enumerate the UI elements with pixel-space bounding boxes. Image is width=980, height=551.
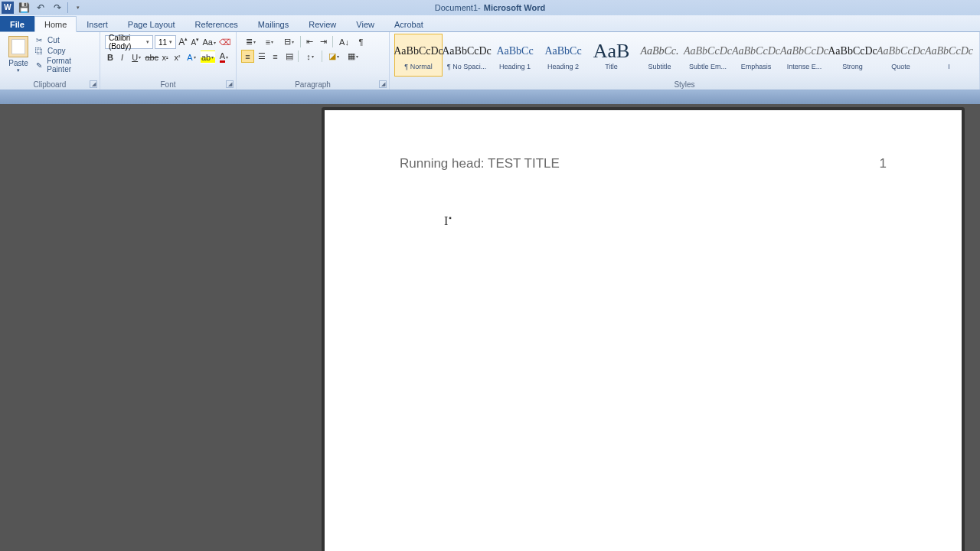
tab-review[interactable]: Review [299,16,346,31]
page-header: Running head: TEST TITLE 1 [400,156,887,171]
change-case-icon[interactable]: Aa▾ [202,36,217,49]
justify-icon[interactable]: ▤ [283,50,296,63]
style-label: Title [589,63,635,70]
copy-icon: ⿻ [34,46,44,55]
shading-icon[interactable]: ◪▾ [325,50,343,63]
tab-insert[interactable]: Insert [77,16,118,31]
highlight-icon[interactable]: ab▾ [201,51,215,64]
style-subtitle[interactable]: AaBbCc.Subtitle [635,34,684,77]
style--no-spaci-[interactable]: AaBbCcDc¶ No Spaci... [443,34,491,77]
text-effects-icon[interactable]: A▾ [184,51,198,64]
title-bar: W 💾 ↶ ↷ ▾ Document1 - Microsoft Word [0,0,980,15]
page-number: 1 [880,156,887,171]
style-emphasis[interactable]: AaBbCcDcEmphasis [732,34,780,77]
word-app-icon: W [2,2,14,14]
font-name-combo[interactable]: Calibri (Body)▾ [105,35,153,49]
style-preview: AaBbCc. [640,40,678,63]
style-heading-1[interactable]: AaBbCcHeading 1 [491,34,539,77]
style-preview: AaBbCcDc [732,40,780,63]
multilevel-list-icon[interactable]: ⊟▾ [279,35,298,48]
strikethrough-icon[interactable]: abc [145,51,158,64]
style-label: ¶ Normal [396,63,442,70]
style-label: Heading 2 [541,63,586,70]
style-label: Subtitle [637,63,683,70]
style-label: ¶ No Spaci... [444,63,490,70]
group-paragraph: ≣▾ ≡▾ ⊟▾ ⇤ ⇥ A↓ ¶ ≡ ☰ ≡ ▤ ↕▾ ◪▾ ▦▾ Parag… [237,32,390,90]
style-preview: AaBbCcDc [877,40,925,63]
style-label: Strong [830,63,876,70]
italic-icon[interactable]: I [117,51,128,64]
style-preview: AaBbCc [544,40,581,63]
group-clipboard: Paste ▾ ✂Cut ⿻Copy ✎Format Painter Clipb… [0,32,100,90]
subscript-icon[interactable]: x₂ [160,51,171,64]
style-preview: AaBbCcDc [684,40,732,63]
group-styles: AaBbCcDc¶ NormalAaBbCcDc¶ No Spaci...AaB… [390,32,980,90]
tab-home[interactable]: Home [34,16,77,32]
qat-undo-icon[interactable]: ↶ [34,1,47,15]
clipboard-launcher-icon[interactable]: ◢ [90,80,97,88]
document-name: Document1 [435,3,478,12]
sort-icon[interactable]: A↓ [335,35,354,48]
font-size-combo[interactable]: 11▾ [155,35,176,49]
align-left-icon[interactable]: ≡ [241,50,254,63]
style-subtle-em-[interactable]: AaBbCcDcSubtle Em... [684,34,732,77]
show-marks-icon[interactable]: ¶ [354,35,368,48]
brush-icon: ✎ [34,60,44,70]
bullets-icon[interactable]: ≣▾ [241,35,260,48]
paste-button[interactable]: Paste ▾ [5,34,32,79]
font-launcher-icon[interactable]: ◢ [226,80,234,88]
style-label: Emphasis [733,63,779,70]
group-font: Calibri (Body)▾ 11▾ A▴ A▾ Aa▾ ⌫ B I U▾ a… [100,32,237,90]
chevron-down-icon: ▾ [17,67,20,73]
paragraph-launcher-icon[interactable]: ◢ [379,80,387,88]
page[interactable]: Running head: TEST TITLE 1 I▪ [325,110,962,551]
style-preview: AaB [593,40,630,63]
style-strong[interactable]: AaBbCcDcStrong [828,34,877,77]
font-color-icon[interactable]: A▾ [217,51,231,64]
tab-mailings[interactable]: Mailings [248,16,299,31]
ribbon-tabs: File Home Insert Page Layout References … [0,15,980,32]
style-preview: AaBbCcDc [780,40,828,63]
style-quote[interactable]: AaBbCcDcQuote [877,34,925,77]
underline-icon[interactable]: U▾ [129,51,144,64]
style-i[interactable]: AaBbCcDcI [925,34,973,77]
window-title: Document1 - Microsoft Word [0,0,980,15]
shrink-font-icon[interactable]: A▾ [190,36,200,49]
tab-file[interactable]: File [0,16,34,31]
bold-icon[interactable]: B [105,51,116,64]
style-preview: AaBbCc [496,40,533,63]
style-preview: AaBbCcDc [828,40,877,63]
app-name: Microsoft Word [484,3,545,12]
format-painter-button[interactable]: ✎Format Painter [34,57,95,73]
align-right-icon[interactable]: ≡ [269,50,282,63]
copy-button[interactable]: ⿻Copy [34,46,95,55]
numbering-icon[interactable]: ≡▾ [260,35,279,48]
qat-redo-icon[interactable]: ↷ [51,1,64,15]
line-spacing-icon[interactable]: ↕▾ [301,50,319,63]
style-preview: AaBbCcDc [394,40,443,63]
grow-font-icon[interactable]: A▴ [178,36,188,49]
style--normal[interactable]: AaBbCcDc¶ Normal [394,34,443,77]
style-intense-e-[interactable]: AaBbCcDcIntense E... [780,34,828,77]
style-label: Intense E... [782,63,828,70]
tab-acrobat[interactable]: Acrobat [384,16,433,31]
style-preview: AaBbCcDc [442,40,492,63]
clear-formatting-icon[interactable]: ⌫ [218,36,231,49]
borders-icon[interactable]: ▦▾ [344,50,362,63]
tab-view[interactable]: View [346,16,384,31]
qat-separator [67,2,68,13]
tab-references[interactable]: References [185,16,248,31]
document-area[interactable]: Running head: TEST TITLE 1 I▪ [0,90,980,551]
tab-page-layout[interactable]: Page Layout [118,16,185,31]
align-center-icon[interactable]: ☰ [255,50,268,63]
decrease-indent-icon[interactable]: ⇤ [303,35,316,48]
style-title[interactable]: AaBTitle [587,34,635,77]
cut-button[interactable]: ✂Cut [34,35,95,44]
style-label: Heading 1 [492,63,538,70]
superscript-icon[interactable]: x² [172,51,183,64]
qat-customize-icon[interactable]: ▾ [71,1,85,15]
style-heading-2[interactable]: AaBbCcHeading 2 [539,34,587,77]
ribbon: Paste ▾ ✂Cut ⿻Copy ✎Format Painter Clipb… [0,32,980,90]
increase-indent-icon[interactable]: ⇥ [317,35,330,48]
qat-save-icon[interactable]: 💾 [17,1,31,15]
